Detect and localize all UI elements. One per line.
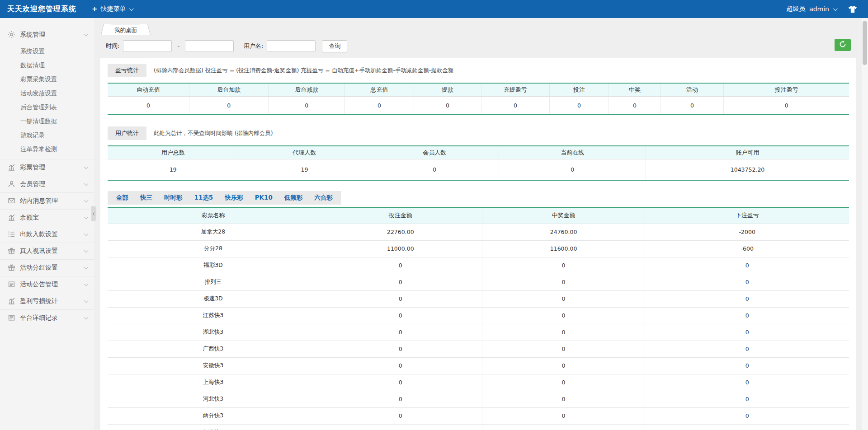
- plus-icon: +: [92, 5, 98, 13]
- sidebar-item-members[interactable]: 会员管理: [0, 176, 94, 192]
- envelope-icon: [8, 197, 15, 205]
- user-table-value-row: 1919001043752.20: [108, 159, 849, 180]
- tab-my-desktop[interactable]: 我的桌面: [106, 24, 146, 35]
- bet-amount-cell: 15300.00: [319, 424, 482, 430]
- sidebar-item-platform-records[interactable]: 平台详细记录: [0, 309, 94, 326]
- lottery-tab[interactable]: 六合彩: [308, 191, 339, 205]
- profit-cell: 0: [645, 407, 849, 424]
- win-amount-cell: 0: [482, 357, 645, 374]
- bet-amount-cell: 0: [319, 391, 482, 407]
- user-role: 超级员: [786, 5, 805, 13]
- user-table-header-cell: 账户可用: [646, 146, 849, 159]
- user-stats-title: 用户统计: [108, 126, 146, 140]
- chart-icon: [8, 298, 15, 305]
- lottery-table-header-cell: 投注金额: [319, 207, 482, 224]
- theme-shirt-icon[interactable]: [848, 5, 857, 13]
- sidebar-item-label: 系统管理: [20, 31, 85, 39]
- quick-menu-button[interactable]: + 快捷菜单: [85, 0, 140, 18]
- sidebar-item-label: 会员管理: [20, 180, 85, 188]
- user-table-value-cell: 19: [108, 159, 239, 180]
- bet-amount-cell: 0: [319, 257, 482, 274]
- chevron-down-icon: [84, 232, 89, 236]
- lottery-table-body: 加拿大28 22760.00 24760.00 -2000 分分28 11000…: [108, 224, 849, 430]
- sidebar-subitem[interactable]: 游戏记录: [0, 128, 94, 142]
- sidebar-item-profit-loss[interactable]: 盈利亏损统计: [0, 293, 94, 309]
- profit-table-header-cell: 总充值: [345, 83, 414, 96]
- chevron-down-icon: [84, 198, 89, 203]
- profit-cell: 3520: [645, 424, 849, 430]
- sidebar-subitem[interactable]: 后台管理列表: [0, 100, 94, 114]
- chevron-down-icon: [84, 282, 89, 286]
- bet-amount-cell: 0: [319, 374, 482, 391]
- sidebar-item-label: 余额宝: [20, 214, 85, 222]
- username-input[interactable]: [267, 40, 316, 52]
- chevron-down-icon: [833, 6, 838, 11]
- sidebar-item-announcements[interactable]: 活动公告管理: [0, 276, 94, 293]
- chevron-down-icon: [84, 299, 89, 303]
- sidebar-item-label: 彩票管理: [20, 164, 85, 172]
- bet-amount-cell: 0: [319, 341, 482, 357]
- sidebar-item-lottery[interactable]: 彩票管理: [0, 159, 94, 176]
- sidebar-subitem[interactable]: 系统设置: [0, 44, 94, 58]
- profit-stats-title: 盈亏统计: [108, 64, 146, 77]
- lottery-tab[interactable]: 11选5: [189, 191, 219, 205]
- bet-amount-cell: 0: [319, 357, 482, 374]
- vertical-scrollbar[interactable]: [862, 18, 868, 430]
- win-amount-cell: 0: [482, 391, 645, 407]
- chevron-down-icon: [84, 248, 89, 253]
- time-end-input[interactable]: [185, 40, 234, 52]
- sidebar-subitem[interactable]: 彩票采集设置: [0, 72, 94, 86]
- profit-table-value-cell: 0: [481, 96, 550, 115]
- lottery-table-header-cell: 中奖金额: [482, 207, 645, 224]
- win-amount-cell: 0: [482, 274, 645, 290]
- sidebar-item-payments[interactable]: 出款入款设置: [0, 226, 94, 243]
- profit-table-value-cell: 0: [660, 96, 723, 115]
- time-start-input[interactable]: [123, 40, 172, 52]
- user-table-header-cell: 代理人数: [239, 146, 370, 159]
- quick-menu-label: 快捷菜单: [101, 5, 126, 13]
- sidebar-collapse-handle[interactable]: [91, 206, 96, 221]
- user-table-header-cell: 会员人数: [370, 146, 499, 159]
- lottery-tab[interactable]: 低频彩: [278, 191, 309, 205]
- lottery-table-row: 安徽快3 0 0 0: [108, 357, 849, 374]
- lottery-tab[interactable]: PK10: [249, 191, 278, 205]
- sidebar-subitem[interactable]: 活动发放设置: [0, 86, 94, 100]
- profit-table-value-cell: 0: [609, 96, 661, 115]
- sidebar-subitem[interactable]: 一键清理数据: [0, 114, 94, 128]
- lottery-tab[interactable]: 快三: [134, 191, 158, 205]
- news-icon: [8, 314, 15, 322]
- bet-amount-cell: 0: [319, 307, 482, 324]
- query-button[interactable]: 查询: [322, 40, 347, 52]
- sidebar-item-dividend[interactable]: 活动分红设置: [0, 259, 94, 276]
- sidebar-subitem[interactable]: 数据清理: [0, 58, 94, 72]
- profit-table-value-cell: 0: [724, 96, 849, 115]
- profit-table-header-cell: 自动充值: [108, 83, 189, 96]
- user-table-value-cell: 1043752.20: [646, 159, 849, 180]
- profit-stats-table: 自动充值后台加款后台减款总充值提款充提盈亏投注中奖活动投注盈亏 00000000…: [108, 83, 849, 115]
- gift-icon: [8, 264, 15, 271]
- sidebar-item-system[interactable]: 系统管理: [0, 26, 94, 43]
- scrollbar-thumb[interactable]: [863, 21, 867, 65]
- sidebar-item-yuebao[interactable]: 余额宝: [0, 209, 94, 226]
- news-icon: [8, 281, 15, 288]
- lottery-name-cell: 江苏快3: [108, 307, 319, 324]
- refresh-button[interactable]: [835, 39, 851, 51]
- lottery-tab[interactable]: 时时彩: [158, 191, 189, 205]
- lottery-table-row: 加拿大28 22760.00 24760.00 -2000: [108, 224, 849, 240]
- user-table-value-cell: 0: [499, 159, 646, 180]
- chevron-down-icon: [84, 182, 89, 186]
- lottery-tab[interactable]: 全部: [110, 191, 134, 205]
- lottery-name-cell: 广西快3: [108, 341, 319, 357]
- sidebar-subitem[interactable]: 注单异常检测: [0, 142, 94, 156]
- profit-table-value-cell: 0: [189, 96, 268, 115]
- chart-icon: [8, 164, 15, 171]
- lottery-tab[interactable]: 快乐彩: [219, 191, 249, 205]
- sidebar-item-messages[interactable]: 站内消息管理: [0, 192, 94, 209]
- profit-cell: 0: [645, 341, 849, 357]
- user-menu[interactable]: 超级员 admin: [786, 5, 836, 13]
- lottery-table-header-cell: 彩票名称: [108, 207, 319, 224]
- sidebar-item-live-video[interactable]: 真人视讯设置: [0, 243, 94, 259]
- sidebar-item-label: 活动分红设置: [20, 264, 85, 272]
- user-icon: [8, 181, 15, 188]
- lottery-name-cell: 安徽快3: [108, 357, 319, 374]
